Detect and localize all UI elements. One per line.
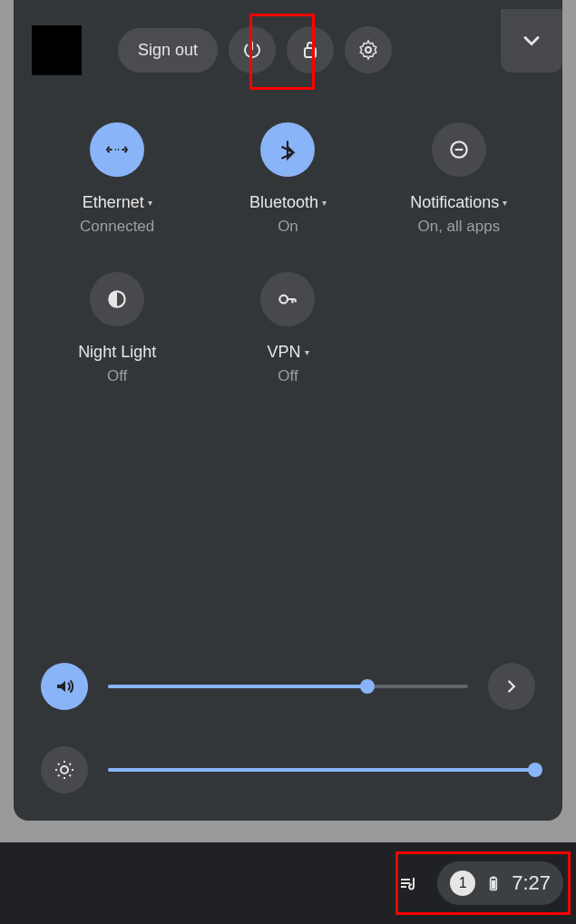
quick-settings-panel: Sign out Ethernet▾ Connected Blueto — [14, 0, 562, 821]
collapse-button[interactable] — [501, 9, 562, 73]
power-icon — [241, 39, 263, 61]
tile-sub: On, all apps — [417, 218, 500, 236]
chevron-down-icon — [519, 28, 544, 53]
tile-label: Ethernet▾ — [83, 193, 152, 212]
svg-rect-9 — [492, 880, 495, 890]
tile-sub: Off — [278, 367, 298, 385]
brightness-row — [41, 746, 535, 793]
volume-slider[interactable] — [108, 685, 468, 688]
svg-point-5 — [280, 296, 288, 304]
tile-bluetooth[interactable]: Bluetooth▾ On — [202, 122, 373, 236]
notifications-icon — [432, 122, 486, 177]
volume-row — [41, 663, 535, 710]
tile-nightlight[interactable]: Night Light Off — [32, 272, 202, 385]
shelf: 1 7:27 — [0, 842, 576, 924]
tile-sub: Off — [107, 367, 127, 385]
tile-vpn[interactable]: VPN▾ Off — [202, 272, 373, 385]
panel-header: Sign out — [32, 18, 544, 82]
tile-label: Night Light — [78, 343, 156, 362]
power-button[interactable] — [229, 26, 276, 73]
tile-label: Bluetooth▾ — [249, 193, 327, 212]
quick-tiles: Ethernet▾ Connected Bluetooth▾ On Notifi… — [32, 122, 544, 385]
battery-icon — [484, 874, 503, 892]
settings-button[interactable] — [345, 26, 392, 73]
svg-point-1 — [366, 47, 371, 53]
nightlight-icon — [90, 272, 144, 326]
tile-notifications[interactable]: Notifications▾ On, all apps — [374, 122, 544, 236]
status-tray[interactable]: 1 7:27 — [437, 861, 563, 905]
vpn-icon — [260, 272, 315, 326]
volume-icon[interactable] — [41, 663, 88, 710]
avatar[interactable] — [32, 25, 82, 75]
svg-rect-0 — [305, 48, 316, 57]
media-controls-button[interactable] — [388, 863, 428, 903]
gear-icon — [357, 39, 379, 61]
music-note-icon — [397, 872, 419, 894]
sliders-area — [41, 663, 535, 793]
brightness-icon[interactable] — [41, 746, 88, 793]
brightness-slider[interactable] — [108, 768, 535, 772]
tile-label: VPN▾ — [267, 343, 308, 362]
svg-rect-8 — [493, 877, 495, 879]
notification-count-badge: 1 — [450, 871, 475, 896]
chevron-right-icon — [502, 676, 522, 696]
lock-icon — [299, 39, 321, 61]
tile-sub: Connected — [80, 218, 154, 236]
ethernet-icon — [90, 122, 144, 177]
tile-ethernet[interactable]: Ethernet▾ Connected — [32, 122, 202, 236]
signout-button[interactable]: Sign out — [118, 28, 218, 73]
tile-label: Notifications▾ — [410, 193, 507, 212]
tile-sub: On — [278, 218, 298, 236]
audio-expand-button[interactable] — [488, 663, 535, 710]
bluetooth-icon — [260, 122, 315, 177]
lock-button[interactable] — [287, 26, 334, 73]
clock: 7:27 — [512, 871, 551, 895]
svg-point-6 — [61, 766, 68, 773]
